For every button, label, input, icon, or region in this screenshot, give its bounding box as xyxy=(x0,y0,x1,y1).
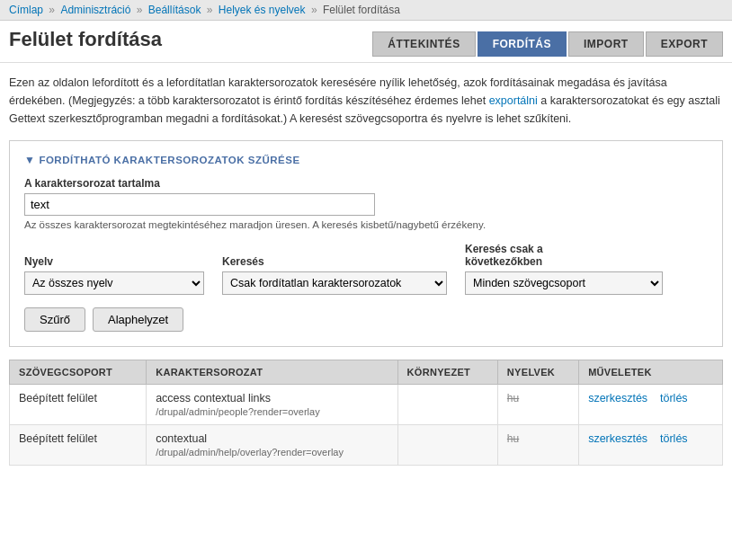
tab-export[interactable]: EXPORT xyxy=(646,31,723,57)
filter-arrow-icon: ▼ xyxy=(24,154,35,166)
filter-title-text: FORDÍTHATÓ KARAKTERSOROZATOK SZŰRÉSE xyxy=(39,155,299,165)
filter-search-label: Keresés xyxy=(222,255,447,268)
filter-row: Nyelv Az összes nyelv Magyar Angol Keres… xyxy=(24,243,708,295)
breadcrumb-current: Felület fordítása xyxy=(323,4,400,16)
filter-button[interactable]: Szűrő xyxy=(24,307,85,332)
table-row: Beépített felület contextual /drupal/adm… xyxy=(10,425,723,466)
row2-delete-link[interactable]: törlés xyxy=(660,432,688,445)
filter-col-group: Keresés csak a következőkben Minden szöv… xyxy=(465,243,663,295)
row1-lang-strike: hu xyxy=(507,392,519,404)
tab-forditas[interactable]: FORDÍTÁS xyxy=(478,31,567,57)
tab-import[interactable]: IMPORT xyxy=(568,31,644,57)
reset-button[interactable]: Alaphelyzet xyxy=(93,307,183,332)
tab-attekintes[interactable]: ÁTTEKINTÉS xyxy=(372,31,475,57)
filter-col-language: Nyelv Az összes nyelv Magyar Angol xyxy=(24,255,204,295)
page-header: Felület fordítása ÁTTEKINTÉS FORDÍTÁS IM… xyxy=(0,21,732,63)
breadcrumb-sep4: » xyxy=(311,4,320,16)
row1-delete-link[interactable]: törlés xyxy=(660,392,688,404)
filter-text-input[interactable] xyxy=(24,193,375,216)
table-body: Beépített felület access contextual link… xyxy=(10,385,723,466)
row2-actions: szerkesztés törlés xyxy=(579,425,723,466)
breadcrumb-sep2: » xyxy=(137,4,146,16)
table-header-row: SZÖVEGCSOPORT KARAKTERSOROZAT KÖRNYEZET … xyxy=(10,360,723,385)
row2-env xyxy=(397,425,497,466)
col-string: KARAKTERSOROZAT xyxy=(147,360,397,385)
breadcrumb-sep3: » xyxy=(207,4,216,16)
breadcrumb-sep1: » xyxy=(49,4,58,16)
filter-search-select[interactable]: Csak fordítatlan karaktersorozatok Minde… xyxy=(222,271,447,295)
filter-language-select[interactable]: Az összes nyelv Magyar Angol xyxy=(24,271,204,295)
row1-string-main: access contextual links xyxy=(156,392,388,404)
row1-edit-link[interactable]: szerkesztés xyxy=(588,392,647,404)
filter-title: ▼ FORDÍTHATÓ KARAKTERSOROZATOK SZŰRÉSE xyxy=(24,154,708,166)
filter-field-label: A karaktersorozat tartalma xyxy=(24,177,708,190)
breadcrumb-admin[interactable]: Adminisztráció xyxy=(60,4,130,16)
table-head: SZÖVEGCSOPORT KARAKTERSOROZAT KÖRNYEZET … xyxy=(10,360,723,385)
row2-string: contextual /drupal/admin/help/overlay?re… xyxy=(147,425,397,466)
filter-hint: Az összes karaktersorozat megtekintéséhe… xyxy=(24,219,708,230)
row2-lang-strike: hu xyxy=(507,432,519,445)
breadcrumb-settings[interactable]: Beállítások xyxy=(148,4,201,16)
col-actions: MŰVELETEK xyxy=(579,360,723,385)
row2-string-main: contextual xyxy=(156,432,388,445)
breadcrumb-cimlap[interactable]: Címlap xyxy=(9,4,43,16)
row1-string: access contextual links /drupal/admin/pe… xyxy=(147,385,397,425)
col-lang: NYELVEK xyxy=(497,360,578,385)
row2-edit-link[interactable]: szerkesztés xyxy=(588,432,647,445)
tab-bar: ÁTTEKINTÉS FORDÍTÁS IMPORT EXPORT xyxy=(372,31,723,57)
row2-group: Beépített felület xyxy=(10,425,147,466)
table-row: Beépített felület access contextual link… xyxy=(10,385,723,425)
row1-group: Beépített felület xyxy=(10,385,147,425)
breadcrumb-helyek[interactable]: Helyek és nyelvek xyxy=(219,4,306,16)
row1-string-path: /drupal/admin/people?render=overlay xyxy=(156,406,388,417)
filter-buttons: Szűrő Alaphelyzet xyxy=(24,307,708,332)
filter-group-select[interactable]: Minden szövegcsoport Beépített felület E… xyxy=(465,271,663,295)
row2-lang: hu xyxy=(497,425,578,466)
row1-lang: hu xyxy=(497,385,578,425)
filter-box: ▼ FORDÍTHATÓ KARAKTERSOROZATOK SZŰRÉSE A… xyxy=(9,140,723,347)
row1-actions: szerkesztés törlés xyxy=(579,385,723,425)
breadcrumb: Címlap » Adminisztráció » Beállítások » … xyxy=(0,0,732,21)
results-table: SZÖVEGCSOPORT KARAKTERSOROZAT KÖRNYEZET … xyxy=(9,360,723,466)
filter-language-label: Nyelv xyxy=(24,255,204,268)
row2-string-path: /drupal/admin/help/overlay?render=overla… xyxy=(156,447,388,458)
col-env: KÖRNYEZET xyxy=(397,360,497,385)
info-export-link[interactable]: exportálni xyxy=(489,94,538,107)
filter-col-search: Keresés Csak fordítatlan karaktersorozat… xyxy=(222,255,447,295)
info-text: Ezen az oldalon lefordított és a lefordí… xyxy=(9,74,723,128)
col-group: SZÖVEGCSOPORT xyxy=(10,360,147,385)
page-title: Felület fordítása xyxy=(9,28,162,51)
main-content: Ezen az oldalon lefordított és a lefordí… xyxy=(0,63,732,476)
filter-group-label: Keresés csak a következőkben xyxy=(465,243,663,268)
row1-env xyxy=(397,385,497,425)
